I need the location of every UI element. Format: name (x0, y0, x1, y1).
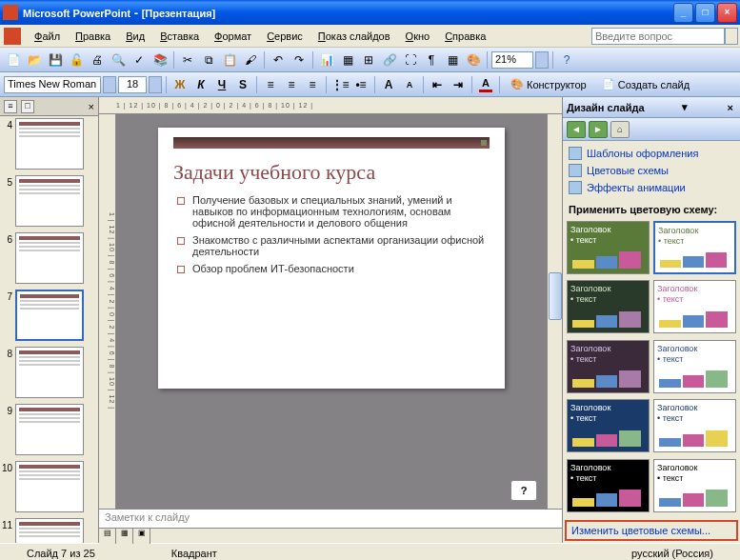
font-size-dropdown[interactable] (149, 76, 162, 93)
color-scheme-item[interactable]: Заголовок• текст (653, 221, 736, 274)
notes-area[interactable]: Заметки к слайду (99, 509, 562, 528)
menu-формат[interactable]: Формат (207, 28, 259, 45)
redo-icon[interactable]: ↷ (290, 50, 309, 70)
expand-icon[interactable]: ⛶ (401, 50, 420, 70)
show-formatting-icon[interactable]: ¶ (422, 50, 441, 70)
bold-button[interactable]: Ж (170, 75, 190, 94)
hyperlink-icon[interactable]: 🔗 (380, 50, 399, 70)
slideshow-view-button[interactable]: ▣ (133, 529, 150, 544)
maximize-button[interactable]: □ (695, 3, 715, 23)
new-slide-button[interactable]: 📄Создать слайд (595, 75, 696, 94)
slide-thumbnail[interactable] (15, 347, 84, 398)
menu-окно[interactable]: Окно (398, 28, 438, 45)
color-scheme-item[interactable]: Заголовок• текст (653, 280, 736, 333)
taskpane-link[interactable]: Эффекты анимации (569, 179, 734, 196)
nav-back-button[interactable]: ◄ (567, 121, 586, 138)
slide-thumbnail[interactable] (15, 290, 84, 341)
bullets-button[interactable]: •≡ (351, 75, 370, 94)
slide-thumbnail[interactable] (15, 175, 84, 227)
cut-icon[interactable]: ✂ (178, 50, 197, 70)
help-search-input[interactable] (591, 28, 725, 45)
color-scheme-item[interactable]: Заголовок• текст (567, 280, 650, 333)
open-icon[interactable]: 📂 (25, 50, 44, 70)
slide-thumbnail[interactable] (15, 404, 84, 455)
close-button[interactable]: × (717, 3, 737, 23)
font-size-input[interactable]: 18 (118, 76, 147, 93)
print-icon[interactable]: 🖨 (88, 50, 107, 70)
panel-close-icon[interactable]: × (89, 101, 94, 112)
color-scheme-item[interactable]: Заголовок• текст (653, 399, 736, 452)
align-center-button[interactable]: ≡ (282, 75, 301, 94)
slide-thumbnail[interactable] (15, 232, 84, 284)
horizontal-scrollbar[interactable] (150, 529, 562, 543)
color-scheme-item[interactable]: Заголовок• текст (567, 459, 650, 512)
menu-сервис[interactable]: Сервис (259, 28, 310, 45)
help-bubble[interactable]: ? (510, 480, 537, 501)
spell-icon[interactable]: ✓ (130, 50, 149, 70)
numbering-button[interactable]: ⋮≡ (330, 75, 350, 94)
slide-bullet[interactable]: Обзор проблем ИТ-безопасности (177, 263, 490, 274)
vertical-scrollbar[interactable] (547, 114, 562, 509)
slide-bullet[interactable]: Получение базовых и специальных знаний, … (177, 194, 490, 229)
font-color-button[interactable]: А (476, 75, 495, 94)
slide-thumbnail[interactable] (15, 461, 84, 512)
shadow-button[interactable]: S (233, 75, 252, 94)
slide-bullets[interactable]: Получение базовых и специальных знаний, … (173, 194, 490, 274)
taskpane-dropdown-icon[interactable]: ▾ (682, 101, 688, 113)
taskpane-link[interactable]: Цветовые схемы (569, 162, 734, 179)
preview-icon[interactable]: 🔍 (109, 50, 128, 70)
grid-icon[interactable]: ▦ (443, 50, 462, 70)
new-icon[interactable]: 📄 (4, 50, 23, 70)
increase-font-button[interactable]: А (379, 75, 398, 94)
slide-canvas[interactable]: Задачи учебного курса Получение базовых … (116, 114, 547, 509)
font-name-input[interactable]: Times New Roman (4, 76, 101, 93)
menu-справка[interactable]: Справка (437, 28, 493, 45)
color-scheme-item[interactable]: Заголовок• текст (567, 340, 650, 393)
font-name-dropdown[interactable] (103, 76, 116, 93)
undo-icon[interactable]: ↶ (269, 50, 288, 70)
save-icon[interactable]: 💾 (46, 50, 65, 70)
zoom-dropdown[interactable] (535, 51, 549, 69)
increase-indent-button[interactable]: ⇥ (449, 75, 468, 94)
slide-thumbnail[interactable] (15, 518, 84, 543)
tables-borders-icon[interactable]: ⊞ (359, 50, 378, 70)
color-scheme-item[interactable]: Заголовок• текст (567, 221, 650, 274)
taskpane-close-icon[interactable]: × (725, 102, 736, 113)
zoom-input[interactable]: 21% (491, 51, 533, 69)
menu-вставка[interactable]: Вставка (152, 28, 207, 45)
nav-forward-button[interactable]: ► (589, 121, 608, 138)
align-left-button[interactable]: ≡ (261, 75, 280, 94)
slide-bullet[interactable]: Знакомство с различными аспектами органи… (177, 234, 490, 257)
color-scheme-item[interactable]: Заголовок• текст (567, 399, 650, 452)
menu-показ слайдов[interactable]: Показ слайдов (310, 28, 398, 45)
designer-button[interactable]: 🎨Конструктор (504, 75, 593, 94)
copy-icon[interactable]: ⧉ (199, 50, 218, 70)
italic-button[interactable]: К (191, 75, 210, 94)
color-scheme-item[interactable]: Заголовок• текст (653, 340, 736, 393)
minimize-button[interactable]: _ (673, 3, 693, 23)
chart-icon[interactable]: 📊 (317, 50, 336, 70)
slide-title[interactable]: Задачи учебного курса (173, 160, 490, 185)
help-icon[interactable]: ? (557, 50, 576, 70)
decrease-indent-button[interactable]: ⇤ (428, 75, 447, 94)
menu-вид[interactable]: Вид (118, 28, 152, 45)
table-icon[interactable]: ▦ (338, 50, 357, 70)
paste-icon[interactable]: 📋 (220, 50, 239, 70)
slide-thumbnail[interactable] (15, 118, 84, 170)
decrease-font-button[interactable]: А (400, 75, 419, 94)
sorter-view-button[interactable]: ▦ (116, 529, 133, 544)
menu-правка[interactable]: Правка (68, 28, 118, 45)
research-icon[interactable]: 📚 (150, 50, 170, 70)
format-painter-icon[interactable]: 🖌 (241, 50, 260, 70)
edit-schemes-link[interactable]: Изменить цветовые схемы... (565, 520, 738, 541)
normal-view-button[interactable]: ▤ (99, 529, 116, 544)
slides-tab[interactable]: □ (21, 100, 34, 113)
permission-icon[interactable]: 🔓 (67, 50, 86, 70)
taskpane-link[interactable]: Шаблоны оформления (569, 145, 734, 162)
align-right-button[interactable]: ≡ (303, 75, 322, 94)
underline-button[interactable]: Ч (212, 75, 231, 94)
color-scheme-item[interactable]: Заголовок• текст (653, 459, 736, 512)
menu-файл[interactable]: Файл (27, 28, 68, 45)
outline-tab[interactable]: ≡ (4, 100, 17, 113)
nav-home-button[interactable]: ⌂ (610, 121, 630, 138)
